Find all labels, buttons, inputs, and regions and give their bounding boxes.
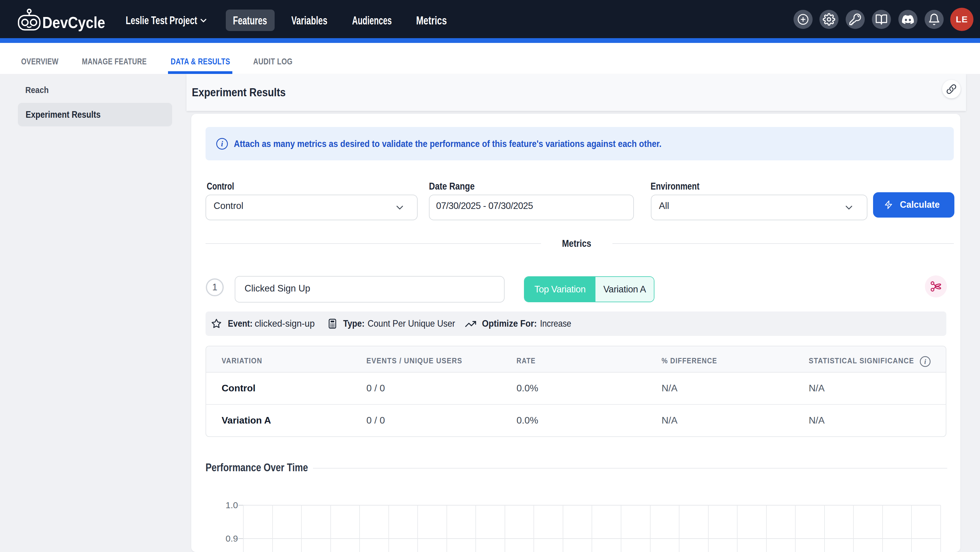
- svg-text:i: i: [221, 140, 223, 148]
- svg-text:i: i: [924, 358, 926, 365]
